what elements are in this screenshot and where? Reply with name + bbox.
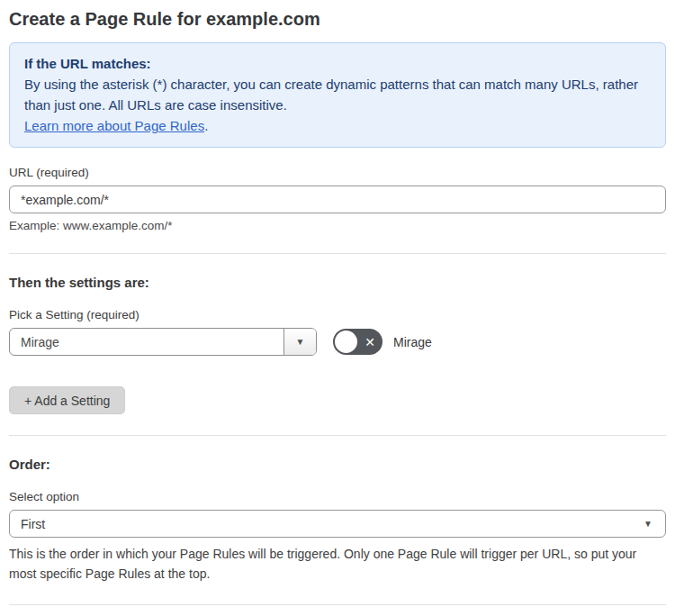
info-box-body: By using the asterisk (*) character, you… — [24, 74, 651, 115]
page-rule-form: Create a Page Rule for example.com If th… — [0, 0, 675, 616]
order-select[interactable]: First ▼ — [9, 510, 666, 538]
info-box-link-row: Learn more about Page Rules. — [24, 115, 651, 136]
chevron-down-icon: ▼ — [296, 338, 305, 347]
mirage-toggle[interactable]: ✕ — [333, 329, 382, 355]
link-period: . — [204, 118, 208, 133]
url-example-helper: Example: www.example.com/* — [9, 219, 666, 232]
divider — [9, 604, 666, 605]
url-input[interactable] — [9, 186, 666, 213]
setting-row: Mirage ▼ ✕ Mirage — [9, 328, 666, 356]
chevron-down-icon: ▼ — [644, 520, 652, 529]
order-select-label: Select option — [9, 490, 666, 503]
setting-dropdown[interactable]: Mirage ▼ — [9, 328, 317, 356]
pick-setting-label: Pick a Setting (required) — [9, 308, 666, 322]
toggle-label: Mirage — [393, 335, 432, 349]
learn-more-link[interactable]: Learn more about Page Rules — [24, 118, 204, 133]
toggle-knob — [335, 331, 357, 353]
order-section-heading: Order: — [9, 457, 666, 472]
order-helper-text: This is the order in which your Page Rul… — [9, 544, 657, 584]
url-match-info-box: If the URL matches: By using the asteris… — [9, 42, 666, 148]
toggle-off-x-icon: ✕ — [364, 336, 375, 349]
setting-dropdown-value: Mirage — [10, 329, 284, 355]
url-label: URL (required) — [9, 166, 666, 179]
add-setting-button[interactable]: + Add a Setting — [9, 386, 125, 414]
info-box-heading: If the URL matches: — [24, 53, 651, 74]
divider — [9, 253, 666, 254]
divider — [9, 435, 666, 436]
settings-section-heading: Then the settings are: — [9, 275, 666, 290]
setting-dropdown-arrow-button[interactable]: ▼ — [284, 329, 316, 355]
page-title: Create a Page Rule for example.com — [9, 7, 666, 31]
order-select-value: First — [21, 517, 45, 531]
